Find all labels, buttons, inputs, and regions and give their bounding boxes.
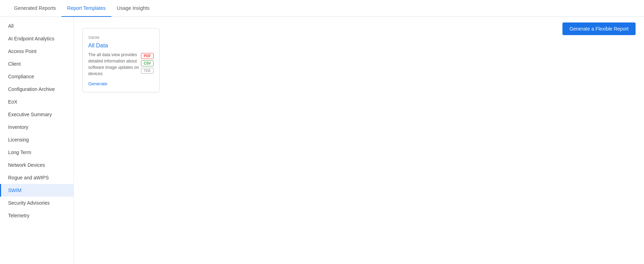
sidebar-item-ai-endpoint-analytics[interactable]: AI Endpoint Analytics [0,32,73,45]
tab-bar: Generated Reports Report Templates Usage… [0,0,644,17]
card-description: The all data view provides detailed info… [88,52,141,77]
sidebar-item-compliance[interactable]: Compliance [0,70,73,83]
card-generate-link[interactable]: Generate [88,81,154,86]
tab-generated-reports[interactable]: Generated Reports [8,0,62,17]
sidebar-item-licensing[interactable]: Licensing [0,133,73,146]
content-area: Generate a Flexible Report SWIM All Data… [74,17,644,264]
main-layout: All AI Endpoint Analytics Access Point C… [0,17,644,264]
tab-usage-insights[interactable]: Usage Insights [111,0,155,17]
sidebar-item-security-advisories[interactable]: Security Advisories [0,197,73,209]
badge-csv: CSV [141,60,154,66]
sidebar-item-swim[interactable]: SWIM [0,184,73,197]
card-body-row: The all data view provides detailed info… [88,52,154,77]
sidebar-item-all[interactable]: All [0,20,73,32]
sidebar-item-client[interactable]: Client [0,58,73,70]
tab-report-templates[interactable]: Report Templates [62,0,111,17]
tab-usage-insights-label: Usage Insights [117,5,150,11]
sidebar-item-inventory[interactable]: Inventory [0,121,73,133]
sidebar-item-rogue-and-awips[interactable]: Rogue and aWIPS [0,171,73,184]
sidebar-item-telemetry[interactable]: Telemetry [0,209,73,222]
badge-pdf: PDF [141,53,154,59]
cards-grid: SWIM All Data The all data view provides… [82,28,636,92]
sidebar-item-eox[interactable]: EoX [0,95,73,108]
sidebar-item-configuration-archive[interactable]: Configuration Archive [0,83,73,95]
report-card-all-data: SWIM All Data The all data view provides… [82,28,160,92]
badge-tde: TDE [141,68,154,74]
sidebar-item-access-point[interactable]: Access Point [0,45,73,58]
sidebar-item-network-devices[interactable]: Network Devices [0,159,73,171]
card-title: All Data [88,42,154,49]
card-category: SWIM [88,35,154,40]
card-badges: PDF CSV TDE [141,53,154,74]
generate-flexible-report-button[interactable]: Generate a Flexible Report [562,22,636,35]
sidebar-item-long-term[interactable]: Long Term [0,146,73,159]
tab-generated-reports-label: Generated Reports [14,5,56,11]
sidebar-item-executive-summary[interactable]: Executive Summary [0,108,73,121]
tab-report-templates-label: Report Templates [67,5,105,11]
sidebar: All AI Endpoint Analytics Access Point C… [0,17,74,264]
